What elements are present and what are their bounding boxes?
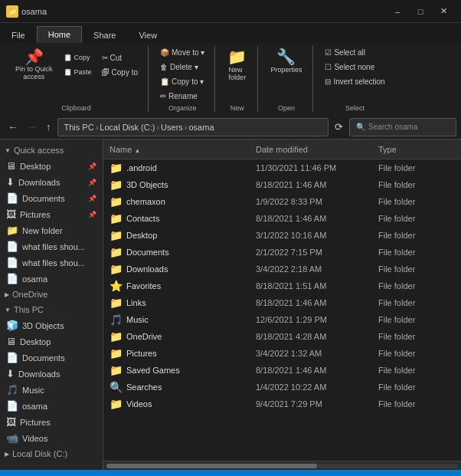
copyto2-button[interactable]: 📋 Copy to ▾ [156,75,208,88]
sidebar-item-pictures2[interactable]: 🖼 Pictures [0,414,103,430]
file-list-header: Name ▲ Date modified Type [103,140,461,159]
file-name: Saved Games [126,366,256,375]
table-row[interactable]: 📁 Desktop 3/1/2022 10:16 AM File folder [103,227,461,244]
search-icon: 🔍 [110,381,123,393]
properties-icon: 🔧 [276,49,296,64]
folder-icon: 📁 [110,263,123,275]
refresh-button[interactable]: ⟳ [332,120,346,134]
paste-button[interactable]: 📋 Paste [59,65,96,79]
paste-label: Paste [74,68,92,76]
tab-view[interactable]: View [127,26,168,43]
properties-label: Properties [270,66,302,74]
rename-button[interactable]: ✏ Rename [156,90,208,103]
file-date: 9/4/2021 7:29 PM [256,399,378,409]
tab-home[interactable]: Home [37,26,82,43]
sidebar-onedrive-header[interactable]: ▶ OneDrive [0,287,103,302]
grid-view-button[interactable]: ⊞ [440,473,453,476]
table-row[interactable]: 🎵 Music 12/6/2021 1:29 PM File folder [103,311,461,328]
column-type[interactable]: Type [378,145,455,154]
cut-label: Cut [110,54,123,62]
minimize-button[interactable]: – [386,4,409,19]
table-row[interactable]: 📁 Saved Games 8/18/2021 1:46 AM File fol… [103,362,461,379]
table-row[interactable]: 📁 3D Objects 8/18/2021 1:46 AM File fold… [103,176,461,193]
file-list: 📁 .android 11/30/2021 11:46 PM File fold… [103,159,461,461]
table-row[interactable]: 📁 Contacts 8/18/2021 1:46 AM File folder [103,210,461,227]
address-path[interactable]: This PC › Local Disk (C:) › Users › osam… [57,118,329,136]
sidebar-item-osama2[interactable]: 📄 osama [0,398,103,414]
file-type: File folder [378,197,455,206]
sidebar-item-whatfiles2[interactable]: 📄 what files shou... [0,254,103,271]
sidebar-item-desktop[interactable]: 🖥 Desktop 📌 [0,158,103,174]
folder-icon: 📁 [110,179,123,191]
invert-selection-button[interactable]: ⊟ Invert selection [321,75,388,88]
main-area: ▼ Quick access 🖥 Desktop 📌 ⬇ Downloads 📌… [0,140,461,470]
new-folder-button[interactable]: 📁 Newfolder [223,46,251,84]
move-to-button[interactable]: 📦 Move to ▾ [156,46,208,59]
sidebar-item-downloads[interactable]: ⬇ Downloads 📌 [0,174,103,190]
file-type: File folder [378,180,455,189]
sidebar-item-whatfiles1[interactable]: 📄 what files shou... [0,238,103,254]
file-date: 3/1/2022 10:16 AM [256,231,378,240]
table-row[interactable]: 📁 Documents 2/1/2022 7:15 PM File folder [103,244,461,261]
maximize-button[interactable]: □ [409,4,432,19]
sidebar-item-newfolder[interactable]: 📁 New folder [0,222,103,238]
sidebar-item-downloads2[interactable]: ⬇ Downloads [0,366,103,382]
sidebar-quickaccess-header[interactable]: ▼ Quick access [0,143,103,158]
table-row[interactable]: 🔍 Searches 1/4/2022 10:22 AM File folder [103,379,461,396]
ribbon-tabs: File Home Share View [0,23,461,43]
table-row[interactable]: 📁 OneDrive 8/18/2021 4:28 AM File folder [103,328,461,345]
sidebar-localdisk-header[interactable]: ▶ Local Disk (C:) [0,446,103,461]
folder-icon: 📁 [110,330,123,343]
horizontal-scrollbar[interactable] [103,461,461,470]
sidebar-item-label: 3D Objects [22,321,64,330]
table-row[interactable]: 📁 Links 8/18/2021 1:46 AM File folder [103,294,461,311]
tab-file[interactable]: File [0,26,37,43]
moveto-icon: 📦 [160,48,169,57]
newfolder-label: Newfolder [229,66,247,81]
downloads-icon: ⬇ [6,368,15,379]
list-view-button[interactable]: ≡ [424,473,435,476]
file-type: File folder [378,214,455,223]
search-box[interactable]: 🔍 Search osama [349,118,456,136]
sidebar-item-3dobjects[interactable]: 🧊 3D Objects [0,317,103,333]
selectall-label: Select all [334,48,365,57]
sidebar-item-osama-file[interactable]: 📄 osama [0,271,103,287]
table-row[interactable]: 📁 .android 11/30/2021 11:46 PM File fold… [103,159,461,176]
copy-to-button[interactable]: 🗐 Copy to [98,66,142,79]
delete-button[interactable]: 🗑 Delete ▾ [156,61,208,74]
folder-icon: 📁 [110,162,123,174]
folder-icon: 📁 [110,229,123,241]
file-name: Desktop [126,231,256,240]
sidebar-item-documents[interactable]: 📄 Documents 📌 [0,190,103,206]
copy-button[interactable]: 📋 Copy [59,51,95,64]
table-row[interactable]: 📁 Videos 9/4/2021 7:29 PM File folder [103,396,461,412]
forward-button[interactable]: → [24,120,40,134]
sidebar-item-music[interactable]: 🎵 Music [0,382,103,398]
file-name: Videos [126,399,256,409]
table-row[interactable]: 📁 Downloads 3/4/2022 2:18 AM File folder [103,261,461,277]
sidebar-item-documents2[interactable]: 📄 Documents [0,350,103,366]
select-none-button[interactable]: ☐ Select none [321,61,388,74]
close-button[interactable]: ✕ [432,4,455,19]
sidebar-item-pictures[interactable]: 🖼 Pictures 📌 [0,206,103,222]
table-row[interactable]: 📁 chemaxon 1/9/2022 8:33 PM File folder [103,193,461,210]
tab-share[interactable]: Share [82,26,127,43]
file-name: OneDrive [126,332,256,341]
pin-to-quickaccess-button[interactable]: 📌 Pin to Quickaccess [11,46,57,84]
ribbon-content: 📌 Pin to Quickaccess 📋 Copy 📋 Paste ✂ Cu… [0,43,461,115]
column-name[interactable]: Name ▲ [110,145,256,154]
new-group: 📁 Newfolder New [217,46,258,112]
sidebar-item-desktop2[interactable]: 🖥 Desktop [0,333,103,350]
cut-button[interactable]: ✂ Cut [98,51,142,64]
sidebar-item-videos[interactable]: 📹 Videos [0,430,103,446]
select-all-button[interactable]: ☑ Select all [321,46,388,59]
up-button[interactable]: ↑ [43,120,54,134]
back-button[interactable]: ← [5,120,21,134]
table-row[interactable]: ⭐ Favorites 8/18/2021 1:51 AM File folde… [103,277,461,294]
table-row[interactable]: 📁 Pictures 3/4/2022 1:32 AM File folder [103,345,461,362]
select-label: Select [345,103,365,112]
properties-button[interactable]: 🔧 Properties [266,46,306,77]
column-date[interactable]: Date modified [256,145,378,154]
favorites-icon: ⭐ [110,280,123,292]
sidebar-thispc-header[interactable]: ▼ This PC [0,302,103,317]
